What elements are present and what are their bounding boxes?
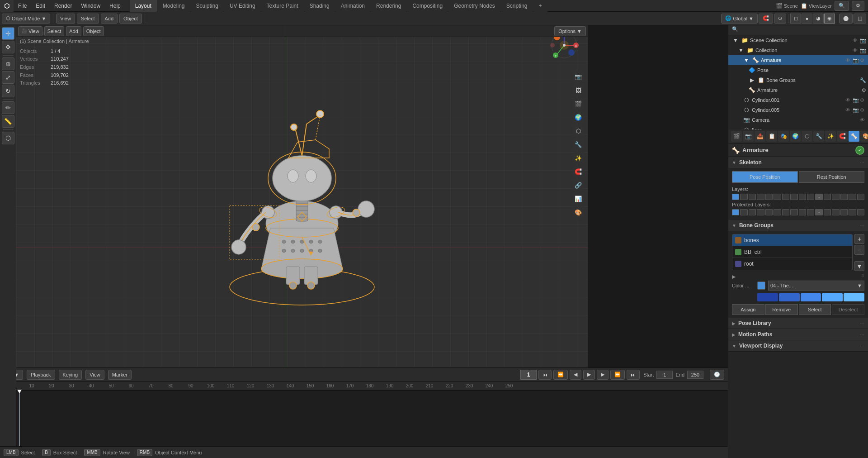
modifier-props-btn[interactable]: 🔧 <box>813 131 824 142</box>
viewport-3d[interactable]: 🎥 View Select Add Object Options▼ User P… <box>16 25 588 367</box>
player-11[interactable] <box>815 209 822 215</box>
player-15[interactable] <box>849 209 856 215</box>
layer-16[interactable] <box>857 194 864 200</box>
time-display-btn[interactable]: 🕐 <box>710 370 724 380</box>
vp-material-icon[interactable]: 🎨 <box>572 206 584 218</box>
bone-group-root[interactable]: root <box>732 258 852 270</box>
bone-group-bb-ctrl[interactable]: BB_ctrl <box>732 246 852 258</box>
tab-layout[interactable]: Layout <box>130 0 157 12</box>
overlay-btn[interactable]: ⬤ <box>839 14 853 24</box>
player-3[interactable] <box>749 209 756 215</box>
data-props-btn[interactable]: 🦴 <box>849 131 859 142</box>
layer-1[interactable] <box>732 194 739 200</box>
vp-world-icon[interactable]: 🌍 <box>572 111 584 123</box>
player-13[interactable] <box>832 209 839 215</box>
outliner-item-scene-collection[interactable]: ▼ 📁 Scene Collection 👁 📷 <box>728 35 868 45</box>
select-btn[interactable]: Select <box>799 304 831 315</box>
next-keyframe-btn[interactable]: ⏩ <box>610 370 625 380</box>
tab-shading[interactable]: Shading <box>304 0 335 12</box>
mode-select-btn[interactable]: ⬡ Object Mode ▼ <box>2 14 50 24</box>
tab-animation[interactable]: Animation <box>335 0 370 12</box>
player-9[interactable] <box>799 209 806 215</box>
vp-options-btn[interactable]: Options▼ <box>554 26 586 36</box>
solid-shade-btn[interactable]: ● <box>802 14 812 24</box>
transform-tool-btn[interactable]: ⊕ <box>2 57 14 70</box>
player-14[interactable] <box>840 209 848 215</box>
play-btn[interactable]: ▶ <box>583 370 595 380</box>
end-frame-input[interactable] <box>687 371 703 379</box>
timeline-ruler[interactable]: 1 10 20 30 40 50 60 70 80 90 100 110 120… <box>0 382 728 391</box>
tab-scripting[interactable]: Scripting <box>501 0 533 12</box>
tab-rendering[interactable]: Rendering <box>371 0 406 12</box>
menu-render[interactable]: Render <box>50 0 76 12</box>
vp-render-icon[interactable]: 🖼 <box>572 84 584 96</box>
bg-extra-icon[interactable]: 🔧 <box>860 77 866 83</box>
layer-15[interactable] <box>849 194 856 200</box>
cyl5-eye[interactable]: 👁 <box>845 107 852 113</box>
color-swatch[interactable] <box>757 281 765 290</box>
bone-group-remove-btn[interactable]: − <box>854 245 864 255</box>
physics-props-btn[interactable]: 🧲 <box>837 131 848 142</box>
scene-props-btn[interactable]: 🎬 <box>731 131 742 142</box>
outliner-item-camera[interactable]: 📷 Camera 👁 <box>728 115 868 125</box>
layer-7[interactable] <box>782 194 789 200</box>
timeline-keying-btn[interactable]: Keying <box>59 370 82 380</box>
cam-eye[interactable]: 👁 <box>860 117 866 123</box>
settings-btn[interactable]: ⚙ <box>852 1 864 11</box>
add-menu-btn[interactable]: Add <box>101 14 118 24</box>
color-preset-dropdown[interactable]: 04 - The... ▼ <box>768 281 864 291</box>
render-shade-btn[interactable]: ◉ <box>824 14 835 24</box>
timeline-playback-btn[interactable]: Playback <box>27 370 55 380</box>
remove-btn[interactable]: Remove <box>765 304 798 315</box>
material-props-btn[interactable]: 🎨 <box>860 131 868 142</box>
current-frame-display[interactable]: 1 <box>520 370 537 380</box>
xray-btn[interactable]: ◫ <box>854 14 866 24</box>
transform-global-btn[interactable]: 🌐 Global ▼ <box>721 14 758 24</box>
player-6[interactable] <box>774 209 781 215</box>
particles-props-btn[interactable]: ✨ <box>825 131 836 142</box>
view-menu-btn[interactable]: View <box>56 14 75 24</box>
outliner-item-bone-groups[interactable]: ▶ 📋 Bone Groups 🔧 <box>728 75 868 85</box>
add-primitive-btn[interactable]: ⬡ <box>2 132 14 144</box>
view-layer-props-btn[interactable]: 📋 <box>766 131 777 142</box>
arm-data-edit[interactable]: ⚙ <box>862 87 866 93</box>
arm-render[interactable]: ⚙ <box>860 57 866 63</box>
prop-edit-btn[interactable]: ⊙ <box>774 14 786 24</box>
annotate-tool-btn[interactable]: ✏ <box>2 101 14 114</box>
tab-add[interactable]: + <box>533 0 547 12</box>
start-frame-input[interactable] <box>656 371 673 379</box>
world-props-btn[interactable]: 🌍 <box>790 131 801 142</box>
tab-texture-paint[interactable]: Texture Paint <box>261 0 304 12</box>
vp-physics-icon[interactable]: 🧲 <box>572 166 584 177</box>
jump-end-btn[interactable]: ⏭ <box>627 370 640 380</box>
coll-eye[interactable]: 👁 <box>853 48 859 53</box>
search-filter-btn[interactable]: 🔍 <box>835 1 849 11</box>
layer-13[interactable] <box>832 194 839 200</box>
arm-camera[interactable]: 📷 <box>853 57 859 63</box>
layer-2[interactable] <box>740 194 747 200</box>
layer-4[interactable] <box>757 194 764 200</box>
outliner-item-collection[interactable]: ▼ 📁 Collection 👁 📷 <box>728 45 868 55</box>
layer-6[interactable] <box>774 194 781 200</box>
player-4[interactable] <box>757 209 764 215</box>
prev-frame-btn[interactable]: ◀ <box>570 370 581 380</box>
output-props-btn[interactable]: 📤 <box>755 131 765 142</box>
layer-11[interactable] <box>815 194 822 200</box>
jump-start-btn[interactable]: ⏮ <box>538 370 552 380</box>
rotate-tool-btn[interactable]: ↻ <box>2 85 14 97</box>
motion-paths-section-header[interactable]: ▶ Motion Paths ⋯ <box>728 329 868 340</box>
outliner-item-armature[interactable]: ▼ 🦴 Armature 👁 📷 ⚙ <box>728 55 868 65</box>
measure-tool-btn[interactable]: 📏 <box>2 115 14 128</box>
vp-add-btn[interactable]: Add <box>66 26 81 36</box>
timeline-track-area[interactable] <box>0 391 728 454</box>
outliner-item-cylinder5[interactable]: ⬡ Cylinder.005 👁 📷 ⚙ <box>728 105 868 115</box>
player-10[interactable] <box>807 209 814 215</box>
vp-modifier-icon[interactable]: 🔧 <box>572 138 584 150</box>
vp-constraints-icon[interactable]: 🔗 <box>572 179 584 191</box>
bone-groups-section-header[interactable]: ▼ Bone Groups ⋯ <box>728 220 868 231</box>
tab-geometry-nodes[interactable]: Geometry Nodes <box>448 0 500 12</box>
pose-library-section-header[interactable]: ▶ Pose Library ⋯ <box>728 318 868 329</box>
bone-group-expand-btn[interactable]: ▼ <box>854 261 864 271</box>
blender-logo[interactable]: ⬡ <box>0 0 14 12</box>
snap-btn[interactable]: 🧲 <box>759 14 773 24</box>
